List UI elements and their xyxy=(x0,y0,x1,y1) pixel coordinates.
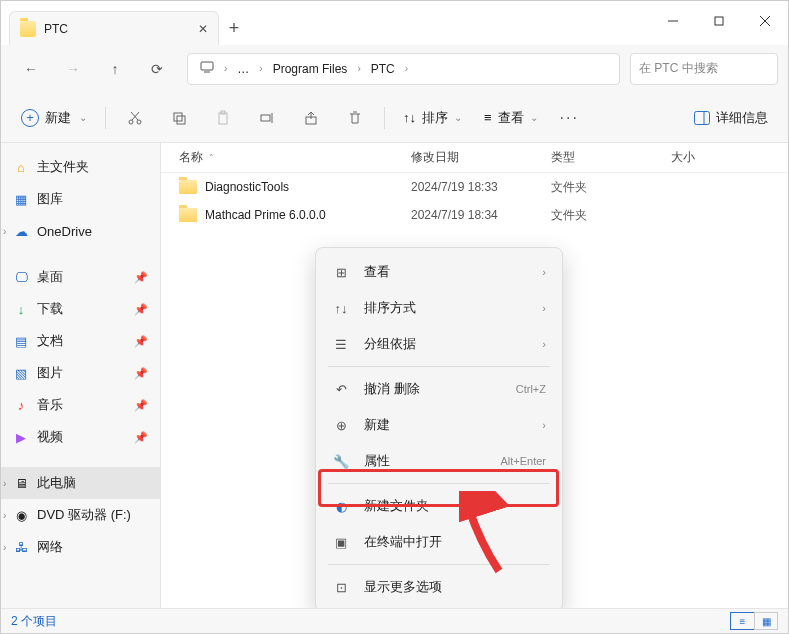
plus-circle-icon: + xyxy=(21,109,39,127)
more-icon: ⊡ xyxy=(332,578,350,596)
ctx-sort[interactable]: ↑↓ 排序方式 › xyxy=(322,290,556,326)
toolbar: + 新建 ⌄ ↑↓ 排序 ⌄ ≡ 查看 ⌄ ··· 详细信息 xyxy=(1,93,788,143)
paste-button[interactable] xyxy=(202,102,244,134)
svg-line-8 xyxy=(132,112,139,120)
sidebar-item-pictures[interactable]: ▧ 图片 📌 xyxy=(1,357,160,389)
window-tab[interactable]: PTC ✕ xyxy=(9,11,219,45)
ctx-show-more[interactable]: ⊡ 显示更多选项 xyxy=(322,569,556,605)
breadcrumb-ellipsis[interactable]: … xyxy=(231,60,255,78)
sidebar-item-onedrive[interactable]: › ☁ OneDrive xyxy=(1,215,160,247)
column-name[interactable]: 名称˄ xyxy=(161,149,411,166)
refresh-button[interactable]: ⟳ xyxy=(137,52,177,86)
svg-point-6 xyxy=(129,120,133,124)
chevron-right-icon[interactable]: › xyxy=(3,478,6,489)
forward-button[interactable]: → xyxy=(53,52,93,86)
chevron-down-icon: ⌄ xyxy=(79,112,87,123)
close-window-button[interactable] xyxy=(742,5,788,37)
share-button[interactable] xyxy=(290,102,332,134)
new-folder-icon: ◐ xyxy=(332,497,350,515)
sidebar-label: 桌面 xyxy=(37,268,63,286)
sort-icon: ↑↓ xyxy=(332,299,350,317)
separator xyxy=(384,107,385,129)
chevron-right-icon: › xyxy=(224,63,227,74)
cloud-icon: ☁ xyxy=(13,223,29,239)
chevron-right-icon[interactable]: › xyxy=(3,542,6,553)
view-button[interactable]: ≡ 查看 ⌄ xyxy=(474,102,548,134)
ctx-open-terminal[interactable]: ▣ 在终端中打开 xyxy=(322,524,556,560)
ctx-group[interactable]: ☰ 分组依据 › xyxy=(322,326,556,362)
pin-icon: 📌 xyxy=(134,399,148,412)
copy-button[interactable] xyxy=(158,102,200,134)
ctx-properties[interactable]: 🔧 属性 Alt+Enter xyxy=(322,443,556,479)
pin-icon: 📌 xyxy=(134,431,148,444)
breadcrumb-seg-programfiles[interactable]: Program Files xyxy=(267,60,354,78)
ctx-view[interactable]: ⊞ 查看 › xyxy=(322,254,556,290)
column-size[interactable]: 大小 xyxy=(671,149,788,166)
sidebar-item-thispc[interactable]: › 🖥 此电脑 xyxy=(1,467,160,499)
folder-icon xyxy=(179,180,197,194)
sidebar-item-documents[interactable]: ▤ 文档 📌 xyxy=(1,325,160,357)
sidebar-item-gallery[interactable]: ▦ 图库 xyxy=(1,183,160,215)
download-icon: ↓ xyxy=(13,301,29,317)
desktop-icon: 🖵 xyxy=(13,269,29,285)
icons-view-button[interactable]: ▦ xyxy=(754,612,778,630)
chevron-down-icon: ⌄ xyxy=(530,112,538,123)
details-view-button[interactable]: ≡ xyxy=(730,612,754,630)
separator xyxy=(328,366,550,367)
delete-button[interactable] xyxy=(334,102,376,134)
disc-icon: ◉ xyxy=(13,507,29,523)
view-label: 查看 xyxy=(498,109,524,127)
sidebar-item-dvd[interactable]: › ◉ DVD 驱动器 (F:) xyxy=(1,499,160,531)
file-type: 文件夹 xyxy=(551,179,671,196)
more-button[interactable]: ··· xyxy=(550,109,589,127)
pin-icon: 📌 xyxy=(134,271,148,284)
sidebar-item-network[interactable]: › 🖧 网络 xyxy=(1,531,160,563)
sidebar-item-desktop[interactable]: 🖵 桌面 📌 xyxy=(1,261,160,293)
details-pane-button[interactable]: 详细信息 xyxy=(684,102,778,134)
svg-rect-1 xyxy=(715,17,723,25)
file-type: 文件夹 xyxy=(551,207,671,224)
ctx-new[interactable]: ⊕ 新建 › xyxy=(322,407,556,443)
column-headers: 名称˄ 修改日期 类型 大小 xyxy=(161,143,788,173)
ctx-undo[interactable]: ↶ 撤消 删除 Ctrl+Z xyxy=(322,371,556,407)
sidebar-item-downloads[interactable]: ↓ 下载 📌 xyxy=(1,293,160,325)
item-count: 2 个项目 xyxy=(11,613,57,630)
new-tab-button[interactable]: + xyxy=(219,18,249,39)
up-button[interactable]: ↑ xyxy=(95,52,135,86)
svg-rect-10 xyxy=(174,113,182,121)
rename-button[interactable] xyxy=(246,102,288,134)
sidebar-item-music[interactable]: ♪ 音乐 📌 xyxy=(1,389,160,421)
svg-point-7 xyxy=(137,120,141,124)
chevron-right-icon[interactable]: › xyxy=(3,226,6,237)
chevron-right-icon: › xyxy=(542,302,546,314)
sidebar-item-home[interactable]: ⌂ 主文件夹 xyxy=(1,151,160,183)
breadcrumb[interactable]: › … › Program Files › PTC › xyxy=(187,53,620,85)
maximize-button[interactable] xyxy=(696,5,742,37)
svg-rect-12 xyxy=(219,113,227,124)
cut-button[interactable] xyxy=(114,102,156,134)
network-icon: 🖧 xyxy=(13,539,29,555)
pin-icon: 📌 xyxy=(134,303,148,316)
separator xyxy=(328,483,550,484)
group-icon: ☰ xyxy=(332,335,350,353)
search-input[interactable]: 在 PTC 中搜索 xyxy=(630,53,778,85)
breadcrumb-seg-ptc[interactable]: PTC xyxy=(365,60,401,78)
sidebar-item-videos[interactable]: ▶ 视频 📌 xyxy=(1,421,160,453)
file-row[interactable]: Mathcad Prime 6.0.0.0 2024/7/19 18:34 文件… xyxy=(161,201,788,229)
back-button[interactable]: ← xyxy=(11,52,51,86)
column-type[interactable]: 类型 xyxy=(551,149,671,166)
ctx-new-folder[interactable]: ◐ 新建文件夹 xyxy=(322,488,556,524)
pc-icon[interactable] xyxy=(194,58,220,79)
music-icon: ♪ xyxy=(13,397,29,413)
new-label: 新建 xyxy=(45,109,71,127)
chevron-right-icon[interactable]: › xyxy=(3,510,6,521)
column-date[interactable]: 修改日期 xyxy=(411,149,551,166)
minimize-button[interactable] xyxy=(650,5,696,37)
tab-title: PTC xyxy=(44,22,190,36)
sort-button[interactable]: ↑↓ 排序 ⌄ xyxy=(393,102,472,134)
file-row[interactable]: DiagnosticTools 2024/7/19 18:33 文件夹 xyxy=(161,173,788,201)
close-tab-icon[interactable]: ✕ xyxy=(198,22,208,36)
new-button[interactable]: + 新建 ⌄ xyxy=(11,102,97,134)
sidebar-label: DVD 驱动器 (F:) xyxy=(37,506,131,524)
window-controls xyxy=(650,5,788,37)
